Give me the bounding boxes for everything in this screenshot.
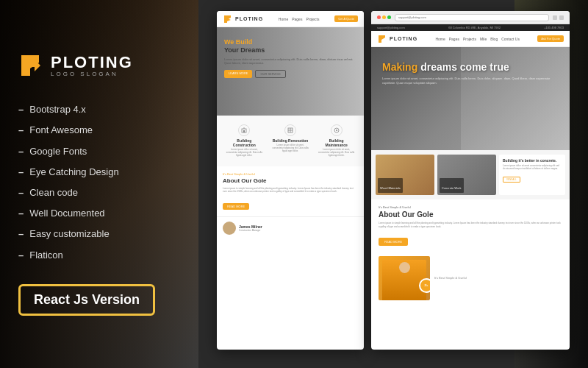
building-icon	[241, 127, 247, 133]
img-concrete: Concrete Work	[437, 155, 496, 195]
mockup-left-nav-links: Home Pages Projects	[279, 17, 320, 21]
worker-circle-badge: 25+	[419, 278, 430, 293]
mockup-left-nav-btn[interactable]: Get A Quote	[334, 15, 358, 22]
renovation-icon	[287, 127, 293, 133]
top-info-bar: support@ploting.com 68 Colombia RD #9E, …	[371, 24, 570, 31]
about-btn[interactable]: READ MORE	[223, 203, 249, 210]
nav-link-projects: Projects	[306, 17, 319, 21]
right-img-grid: Wood Materials Concrete Work Building it…	[371, 150, 570, 199]
right-worker-area: 25+ It's Best Simple & Useful	[371, 252, 570, 305]
right-panel: PLOTING Home Pages Projects Get A Quote …	[206, 0, 588, 368]
url-nav-icon-2	[559, 15, 564, 20]
services-grid: Building Construction Lorem ipsum dolor …	[223, 121, 358, 160]
worker-img-placeholder: 25+	[379, 256, 430, 300]
about-label: It's Best Simple & Useful	[223, 172, 358, 176]
mockup-left-person: James Milner Construction Manager	[217, 216, 364, 239]
service-title-2: Building Maintenance	[318, 138, 355, 147]
hero-title-main: dreams come true	[420, 61, 509, 73]
logo-area: PLOTING LOGO SLOGAN	[18, 52, 187, 79]
service-icon-2	[331, 124, 343, 136]
right-about-label: It's Best Simple & Useful	[379, 205, 562, 209]
person-role: Construction Manager	[239, 229, 358, 232]
service-title-0: Building Construction	[226, 138, 263, 147]
url-nav-icon-1	[553, 15, 557, 20]
dot-red	[377, 15, 381, 19]
hero-right-title: Making dreams come true	[382, 62, 562, 73]
service-title-1: Building Renovation	[272, 138, 309, 143]
mockup-right: support@ploting.com support@ploting.com …	[371, 11, 570, 350]
feature-item-6: Easy customizable	[18, 224, 187, 244]
mockup-left: PLOTING Home Pages Projects Get A Quote …	[217, 11, 364, 350]
top-email: support@ploting.com	[377, 26, 405, 29]
svg-marker-13	[379, 35, 385, 43]
service-desc-0: Lorem ipsum dolor sit amet, consectetur …	[226, 149, 263, 158]
mockup-left-logo-icon	[223, 14, 233, 24]
mockup-left-hero-text: We Build Your Dreams Lorem ipsum dolor s…	[224, 38, 356, 78]
img-concrete-label: Concrete Work	[440, 178, 464, 193]
img-wood: Wood Materials	[376, 155, 434, 195]
img-wood-text: Wood Materials	[380, 186, 401, 190]
url-text: support@ploting.com	[398, 15, 426, 19]
mockup-left-logo: PLOTING	[223, 14, 263, 24]
mockup-left-hero-btns: LEARN MORE OUR SERVICE	[224, 70, 356, 78]
svg-rect-6	[243, 130, 245, 132]
worker-head	[399, 262, 410, 273]
person-avatar	[223, 222, 236, 235]
about-text: Lorem ipsum to simple learning and all t…	[223, 187, 358, 194]
hero-title-highlight: We Build	[224, 38, 252, 46]
right-nav-mile: Mile	[480, 37, 487, 41]
react-badge-text: React Js Version	[34, 292, 140, 307]
svg-point-12	[336, 130, 337, 131]
nav-link-pages: Pages	[292, 17, 302, 21]
hero-title-rest: Your Dreams	[224, 46, 265, 54]
mockup-left-hero-title: We Build Your Dreams	[224, 38, 356, 54]
mockup-left-hero-subtitle: Lorem ipsum dolor sit amet, consectetur …	[224, 57, 356, 66]
card-text: Lorem ipsum dolor sit amet consectetur a…	[503, 164, 562, 170]
right-about-btn[interactable]: READ MORE	[379, 238, 408, 246]
mockup-right-hero: Making dreams come true Lorem ipsum dolo…	[371, 47, 570, 150]
right-nav-projects: Projects	[463, 37, 476, 41]
person-info: James Milner Construction Manager	[239, 224, 358, 232]
mockup-right-nav-btn[interactable]: Ask For Quote	[537, 35, 564, 42]
service-card-2: Building Maintenance Lorem ipsum dolor s…	[315, 121, 358, 160]
right-nav-pages: Pages	[449, 37, 459, 41]
feature-item-0: Bootstrap 4.x	[18, 99, 187, 120]
mockup-left-about: It's Best Simple & Useful About Our Gole…	[217, 166, 364, 216]
right-about: It's Best Simple & Useful About Our Gole…	[371, 199, 570, 252]
mockup-right-logo: PLOTING	[377, 34, 417, 44]
logo-name: PLOTING	[51, 54, 133, 71]
right-nav-blog: Blog	[490, 37, 498, 41]
hero-highlight: Making	[382, 61, 417, 73]
url-dots	[377, 15, 391, 19]
mockup-wrapper: PLOTING Home Pages Projects Get A Quote …	[217, 11, 570, 357]
url-bar-area: support@ploting.com	[371, 11, 570, 24]
feature-item-1: Font Awesome	[18, 120, 187, 141]
logo-slogan: LOGO SLOGAN	[51, 71, 133, 77]
hero-btn-learn[interactable]: LEARN MORE	[224, 70, 252, 78]
main-container: PLOTING LOGO SLOGAN Bootstrap 4.x Font A…	[0, 0, 588, 368]
about-title: About Our Gole	[223, 177, 358, 184]
hero-btn-service[interactable]: OUR SERVICE	[255, 70, 286, 78]
right-nav-contact: Contact Us	[501, 37, 520, 41]
service-desc-2: Lorem ipsum dolor sit amet, consectetur …	[318, 149, 355, 158]
url-nav-icons	[553, 15, 564, 20]
mockup-right-nav: PLOTING Home Pages Projects Mile Blog Co…	[371, 31, 570, 47]
card-btn[interactable]: VIEW ALL	[503, 177, 520, 183]
mockup-left-services: Building Construction Lorem ipsum dolor …	[217, 116, 364, 166]
img-card: Building it's better in concrete. Lorem …	[499, 155, 565, 195]
worker-text-area: It's Best Simple & Useful	[434, 276, 562, 281]
hero-right-text: Making dreams come true Lorem ipsum dolo…	[382, 62, 562, 90]
card-title: Building it's better in concrete.	[503, 158, 562, 163]
left-panel: PLOTING LOGO SLOGAN Bootstrap 4.x Font A…	[0, 0, 206, 368]
feature-item-5: Well Documented	[18, 203, 187, 224]
maintenance-icon	[334, 127, 340, 133]
right-about-text: Lorem ipsum to simple learning and all t…	[379, 222, 562, 228]
mockup-right-logo-text: PLOTING	[390, 36, 417, 41]
svg-marker-4	[227, 18, 231, 21]
service-icon-1	[284, 124, 296, 136]
img-wood-label: Wood Materials	[378, 178, 403, 193]
service-card-0: Building Construction Lorem ipsum dolor …	[223, 121, 266, 160]
logo-text-group: PLOTING LOGO SLOGAN	[51, 54, 133, 77]
nav-link-home: Home	[279, 17, 288, 21]
service-icon-0	[238, 124, 250, 136]
